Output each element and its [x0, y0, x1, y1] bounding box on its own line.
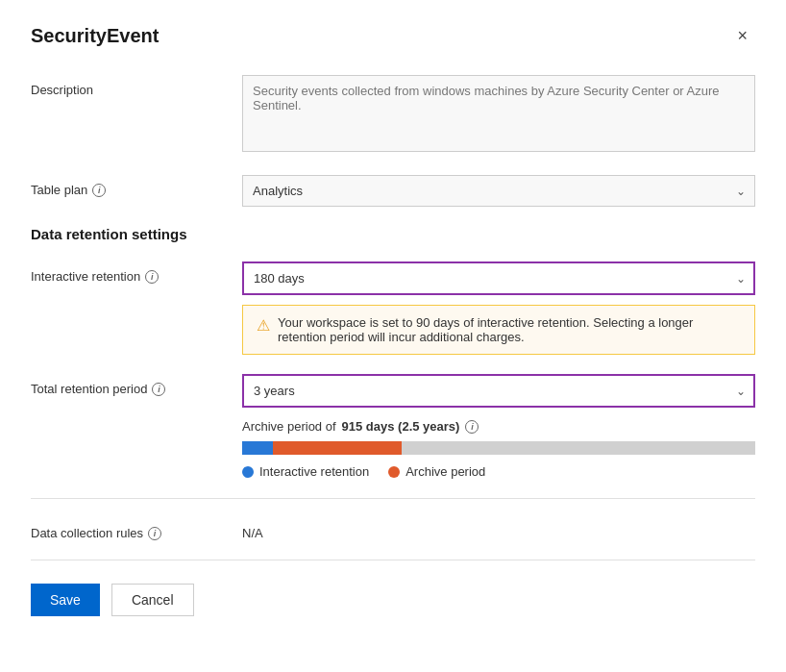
archive-period-info-icon[interactable]: i — [465, 420, 479, 434]
legend-interactive: Interactive retention — [242, 464, 369, 479]
progress-archive-segment — [273, 441, 402, 455]
interactive-retention-select-wrapper: 30 days 60 days 90 days 180 days 1 year … — [242, 261, 755, 295]
legend-archive-dot — [388, 466, 400, 478]
legend-interactive-label: Interactive retention — [259, 464, 369, 479]
data-collection-rules-value: N/A — [242, 518, 755, 540]
description-row: Description — [31, 75, 755, 156]
total-retention-info-icon[interactable]: i — [152, 383, 165, 396]
table-plan-select[interactable]: Analytics Basic Auxiliary — [242, 175, 755, 207]
interactive-retention-label: Interactive retention i — [31, 261, 242, 284]
total-retention-control: 180 days 1 year 2 years 3 years 4 years … — [242, 374, 755, 479]
total-retention-row: Total retention period i 180 days 1 year… — [31, 374, 755, 479]
description-textarea[interactable] — [242, 75, 755, 152]
description-label: Description — [31, 75, 242, 97]
data-collection-rules-info-icon[interactable]: i — [148, 527, 161, 540]
table-plan-select-wrapper: Analytics Basic Auxiliary ⌄ — [242, 175, 755, 207]
interactive-retention-select[interactable]: 30 days 60 days 90 days 180 days 1 year … — [242, 261, 755, 295]
warning-box: ⚠ Your workspace is set to 90 days of in… — [242, 305, 755, 355]
warning-icon: ⚠ — [257, 316, 270, 335]
total-retention-select[interactable]: 180 days 1 year 2 years 3 years 4 years … — [242, 374, 755, 408]
legend-archive: Archive period — [388, 464, 485, 479]
interactive-retention-row: Interactive retention i 30 days 60 days … — [31, 261, 755, 355]
warning-text: Your workspace is set to 90 days of inte… — [278, 315, 741, 344]
data-collection-rules-label: Data collection rules i — [31, 518, 242, 540]
total-retention-label: Total retention period i — [31, 374, 242, 396]
archive-period-value: 915 days (2.5 years) — [342, 419, 460, 434]
archive-period-label: Archive period of — [242, 419, 336, 434]
table-plan-row: Table plan i Analytics Basic Auxiliary ⌄ — [31, 175, 755, 207]
legend-interactive-dot — [242, 466, 254, 478]
dialog-title: SecurityEvent — [31, 25, 159, 47]
dialog-footer: Save Cancel — [31, 584, 755, 616]
total-retention-select-wrapper: 180 days 1 year 2 years 3 years 4 years … — [242, 374, 755, 408]
archive-info: Archive period of 915 days (2.5 years) i — [242, 419, 755, 434]
interactive-retention-control: 30 days 60 days 90 days 180 days 1 year … — [242, 261, 755, 355]
description-control — [242, 75, 755, 156]
data-retention-heading: Data retention settings — [31, 226, 755, 242]
close-button[interactable]: × — [729, 23, 755, 48]
dialog-container: SecurityEvent × Description Table plan i… — [0, 0, 786, 672]
table-plan-label: Table plan i — [31, 175, 242, 197]
save-button[interactable]: Save — [31, 584, 100, 616]
table-plan-info-icon[interactable]: i — [92, 184, 106, 197]
retention-legend: Interactive retention Archive period — [242, 464, 755, 479]
legend-archive-label: Archive period — [405, 464, 485, 479]
progress-interactive-segment — [242, 441, 273, 455]
data-collection-rules-row: Data collection rules i N/A — [31, 518, 755, 540]
dialog-header: SecurityEvent × — [31, 23, 755, 48]
cancel-button[interactable]: Cancel — [111, 584, 194, 616]
footer-divider — [31, 560, 755, 560]
retention-progress-bar — [242, 441, 755, 455]
interactive-retention-info-icon[interactable]: i — [145, 270, 159, 284]
table-plan-control: Analytics Basic Auxiliary ⌄ — [242, 175, 755, 207]
divider — [31, 498, 755, 499]
